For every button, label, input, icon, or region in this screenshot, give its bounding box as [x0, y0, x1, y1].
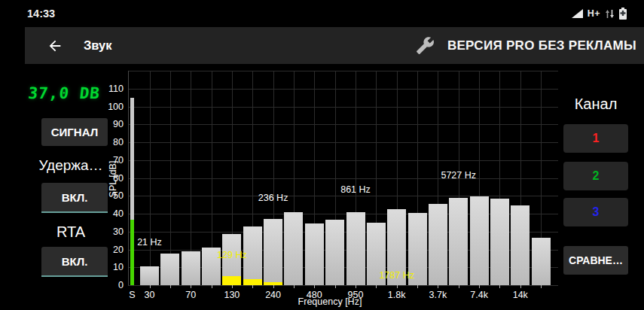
x-tick: [541, 285, 542, 288]
x-tick-label: 7.4k: [470, 290, 488, 300]
y-tick-label: 20: [113, 245, 124, 255]
x-tick-label: 1.8k: [388, 290, 406, 300]
x-tick-label: S: [129, 290, 135, 300]
channel-label: Канал: [563, 96, 628, 113]
y-tick-label: 0: [118, 280, 124, 290]
spectrum-bar: [532, 238, 551, 285]
x-tick: [273, 285, 274, 288]
x-tick-label: 3.7k: [429, 290, 447, 300]
channel-button-1[interactable]: 1: [563, 124, 628, 153]
y-tick-label: 90: [113, 119, 124, 129]
x-tick: [479, 285, 480, 288]
peak-frequency-label: 861 Hz: [340, 184, 371, 195]
x-tick: [252, 285, 253, 288]
signal-meter-level: [130, 220, 134, 285]
y-gridline: [129, 160, 558, 161]
channel-button-3[interactable]: 3: [563, 198, 628, 226]
hold-label: Удержа…: [23, 157, 119, 174]
x-tick-label: 240: [265, 290, 281, 300]
y-gridline: [129, 196, 558, 196]
x-tick: [294, 285, 295, 288]
x-tick: [438, 285, 438, 288]
app-screen: 14:33 H+ Звук: [0, 0, 644, 310]
x-tick-label: 70: [185, 290, 196, 300]
peak-frequency-label: 129 Hz: [217, 250, 247, 260]
spectrum-bar: [182, 251, 200, 285]
x-tick: [232, 285, 233, 288]
peak-frequency-label: 236 Hz: [258, 193, 288, 203]
spectrum-bar: [490, 199, 509, 285]
peak-frequency-label: 1787 Hz: [379, 270, 414, 281]
x-tick: [150, 285, 151, 288]
x-tick: [356, 285, 356, 288]
spectrum-bar: [305, 223, 324, 285]
app-bar: Звук ВЕРСИЯ PRO БЕЗ РЕКЛАМЫ: [25, 27, 644, 64]
plot-area[interactable]: 21 Hz129 Hz236 Hz861 Hz1787 Hz5727 HzS30…: [128, 71, 558, 286]
spectrum-bar-hold: [243, 279, 262, 285]
x-tick: [314, 285, 315, 288]
x-tick-label: 30: [145, 290, 155, 300]
y-tick-label: 10: [113, 262, 124, 272]
status-icons: H+: [572, 0, 627, 27]
signal-strength-icon: [572, 9, 583, 18]
x-tick: [191, 285, 191, 288]
network-activity-arrows-icon: [605, 9, 614, 19]
y-tick-label: 40: [113, 208, 124, 219]
x-tick-label: 14k: [513, 290, 528, 300]
status-clock: 14:33: [27, 0, 55, 27]
y-gridline: [129, 142, 558, 143]
back-button[interactable]: [46, 37, 64, 55]
spectrum-bar: [429, 204, 447, 285]
peak-frequency-label: 5727 Hz: [441, 170, 476, 181]
peak-frequency-label: 21 Hz: [137, 237, 162, 248]
x-gridline: [170, 71, 171, 285]
y-tick-label: 110: [108, 84, 124, 94]
x-tick-label: 130: [224, 290, 240, 300]
y-tick-label: 80: [113, 137, 124, 147]
battery-charging-icon: [618, 8, 627, 20]
x-tick: [170, 285, 171, 288]
spectrum-bar: [449, 198, 468, 285]
x-tick: [212, 285, 212, 288]
y-gridline: [129, 71, 558, 71]
spectrum-bar: [346, 212, 365, 285]
y-tick-label: 30: [113, 226, 124, 237]
spectrum-bar: [284, 212, 303, 285]
x-gridline: [150, 71, 151, 285]
pro-version-banner[interactable]: ВЕРСИЯ PRO БЕЗ РЕКЛАМЫ: [447, 38, 636, 53]
y-tick-label: 100: [108, 102, 124, 112]
spectrum-bar: [470, 196, 489, 285]
x-tick: [417, 285, 418, 288]
y-gridline: [129, 107, 558, 108]
spectrum-bar: [325, 220, 344, 285]
x-tick: [397, 285, 398, 288]
hold-toggle-button[interactable]: ВКЛ.: [41, 183, 108, 213]
wrench-icon: [416, 36, 435, 55]
rta-label: RTA: [23, 223, 119, 241]
spectrum-bar: [264, 219, 282, 285]
y-gridline: [129, 124, 558, 125]
spectrum-bar: [140, 266, 159, 285]
status-bar: 14:33 H+: [0, 0, 644, 27]
signal-button[interactable]: СИГНАЛ: [41, 118, 108, 146]
y-tick-label: 50: [113, 190, 124, 201]
level-readout: 37,0 DB: [17, 84, 111, 105]
y-gridline: [129, 178, 558, 179]
x-tick: [520, 285, 521, 288]
rta-toggle-button[interactable]: ВКЛ.: [41, 247, 108, 277]
network-type-label: H+: [588, 8, 600, 19]
y-gridline: [129, 89, 558, 90]
channel-button-2[interactable]: 2: [563, 162, 628, 190]
spectrum-bar: [511, 205, 530, 285]
page-title: Звук: [84, 38, 112, 53]
compare-button[interactable]: СРАВНЕ…: [563, 246, 628, 275]
x-tick: [335, 285, 336, 288]
x-axis-title: Frequency [Hz]: [298, 296, 362, 307]
arrow-left-icon: [47, 38, 63, 54]
x-tick: [376, 285, 377, 288]
y-tick-label: 70: [113, 155, 124, 166]
x-tick: [459, 285, 459, 288]
y-tick-label: 60: [113, 173, 124, 184]
spectrum-bar-hold: [222, 276, 241, 285]
settings-button[interactable]: [416, 36, 435, 56]
